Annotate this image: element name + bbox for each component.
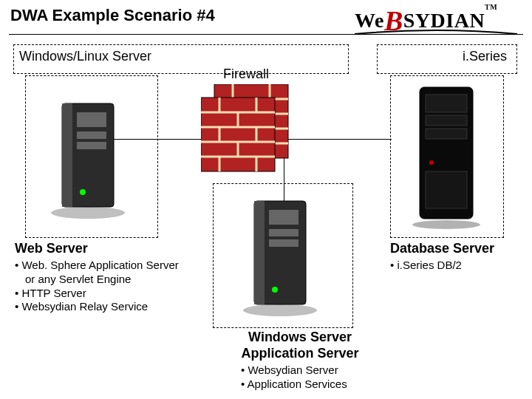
svg-rect-13	[201, 98, 275, 171]
db-server-caption: Database Server	[390, 241, 494, 256]
app-server-caption-top: Windows Server	[226, 330, 374, 345]
svg-point-45	[429, 160, 434, 165]
svg-point-39	[243, 304, 317, 316]
tower-server-icon	[47, 96, 136, 225]
svg-rect-29	[77, 132, 106, 139]
svg-rect-44	[426, 171, 467, 208]
web-server-bullets: Web. Sphere Application Server or any Se…	[15, 259, 244, 314]
svg-rect-34	[254, 201, 265, 304]
tower-server-icon	[239, 194, 328, 322]
app-server-bullets: Websydian Server Application Services	[241, 364, 347, 392]
list-item: Web. Sphere Application Server	[15, 259, 244, 273]
logo-text: WeBSYDIANTM	[355, 9, 497, 32]
list-item: i.Series DB/2	[390, 259, 462, 273]
svg-point-46	[412, 220, 480, 229]
db-server-bullets: i.Series DB/2	[390, 259, 462, 273]
svg-rect-30	[77, 142, 106, 149]
black-server-icon	[409, 83, 491, 233]
header: DWA Example Scenario #4 WeBSYDIANTM	[0, 0, 532, 37]
firewall-label: Firewall	[223, 66, 269, 82]
header-divider	[9, 34, 523, 35]
slide-title: DWA Example Scenario #4	[10, 6, 215, 25]
list-item: Websydian Server	[241, 364, 347, 378]
svg-point-32	[51, 207, 125, 219]
app-server-caption: Application Server	[226, 346, 374, 361]
diagram-canvas: Windows/Linux Server i.Series Firewall	[0, 35, 532, 398]
websydian-logo: WeBSYDIANTM	[355, 1, 525, 34]
svg-rect-27	[62, 103, 72, 207]
web-server-caption: Web Server	[15, 241, 88, 256]
svg-rect-28	[77, 112, 106, 127]
svg-point-38	[272, 287, 278, 293]
svg-point-31	[80, 189, 86, 195]
svg-rect-37	[269, 239, 299, 247]
group-winlinux-label: Windows/Linux Server	[19, 49, 151, 64]
svg-rect-43	[426, 129, 467, 139]
list-item: Application Services	[241, 378, 347, 392]
svg-rect-41	[426, 95, 467, 112]
list-item: HTTP Server	[15, 287, 244, 301]
firewall-icon	[201, 84, 297, 176]
svg-rect-35	[269, 210, 299, 225]
list-item: or any Servlet Engine	[15, 273, 244, 287]
list-item: Websydian Relay Service	[15, 300, 244, 314]
svg-rect-36	[269, 229, 299, 236]
group-iseries-label: i.Series	[463, 49, 507, 64]
svg-rect-42	[426, 115, 467, 126]
